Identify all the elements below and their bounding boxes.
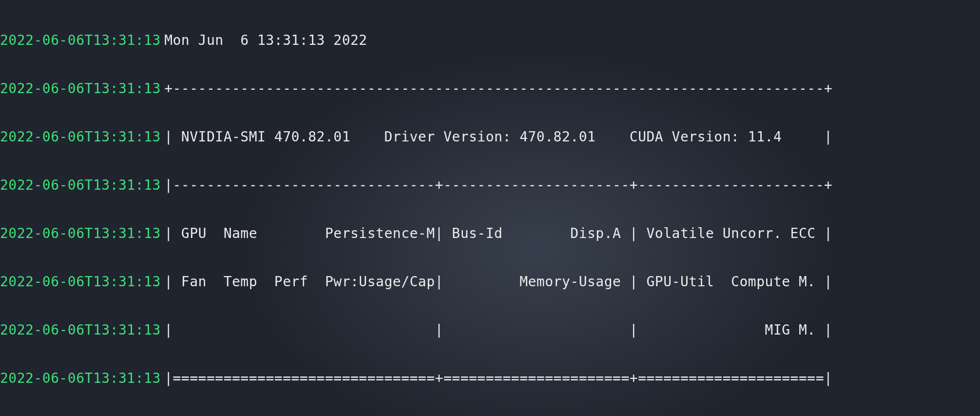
- timestamp: 2022-06-06T13:31:13: [0, 274, 164, 290]
- log-line: 2022-06-06T13:31:13| | | MIG M. |: [0, 322, 980, 338]
- log-line: 2022-06-06T13:31:13Mon Jun 6 13:31:13 20…: [0, 32, 980, 48]
- line-text: | GPU Name Persistence-M| Bus-Id Disp.A …: [164, 225, 832, 241]
- log-line: 2022-06-06T13:31:13|====================…: [0, 370, 980, 386]
- line-text: Mon Jun 6 13:31:13 2022: [164, 32, 367, 48]
- timestamp: 2022-06-06T13:31:13: [0, 80, 164, 97]
- log-line: 2022-06-06T13:31:13| NVIDIA-SMI 470.82.0…: [0, 129, 980, 145]
- timestamp: 2022-06-06T13:31:13: [0, 129, 164, 145]
- timestamp: 2022-06-06T13:31:13: [0, 370, 164, 386]
- terminal-output[interactable]: 2022-06-06T13:31:13Mon Jun 6 13:31:13 20…: [0, 0, 980, 416]
- line-text: | Fan Temp Perf Pwr:Usage/Cap| Memory-Us…: [164, 274, 832, 290]
- line-text: |===============================+=======…: [164, 370, 832, 386]
- log-line: 2022-06-06T13:31:13| GPU Name Persistenc…: [0, 225, 980, 241]
- line-text: | NVIDIA-SMI 470.82.01 Driver Version: 4…: [164, 129, 832, 145]
- timestamp: 2022-06-06T13:31:13: [0, 177, 164, 193]
- line-text: | | | MIG M. |: [164, 322, 832, 338]
- timestamp: 2022-06-06T13:31:13: [0, 322, 164, 338]
- line-text: +---------------------------------------…: [164, 80, 832, 97]
- log-line: 2022-06-06T13:31:13|--------------------…: [0, 177, 980, 193]
- log-line: 2022-06-06T13:31:13+--------------------…: [0, 80, 980, 97]
- log-line: 2022-06-06T13:31:13| Fan Temp Perf Pwr:U…: [0, 274, 980, 290]
- timestamp: 2022-06-06T13:31:13: [0, 32, 164, 48]
- timestamp: 2022-06-06T13:31:13: [0, 225, 164, 241]
- line-text: |-------------------------------+-------…: [164, 177, 832, 193]
